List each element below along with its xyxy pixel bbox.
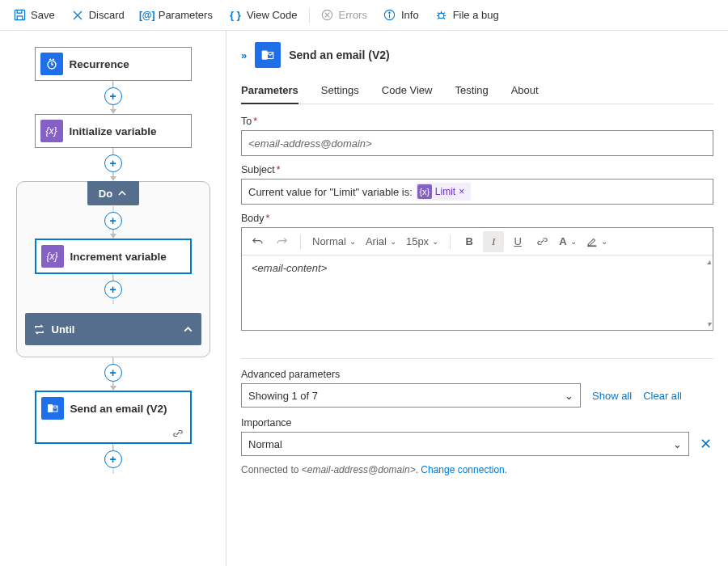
card-recurrence-label: Recurrence [70, 58, 129, 70]
underline-button[interactable]: U [507, 231, 528, 252]
add-step-button[interactable]: + [104, 364, 122, 382]
card-send-email[interactable]: Send an email (V2) [35, 391, 192, 444]
clock-icon [40, 53, 63, 75]
panel-tabs: Parameters Settings Code View Testing Ab… [241, 79, 713, 104]
card-init-label: Initialize variable [70, 125, 157, 137]
rte-toolbar: Normal⌄ Arial⌄ 15px⌄ B I U A⌄ ⌄ [242, 228, 713, 256]
svg-point-3 [389, 12, 390, 13]
top-toolbar: Save Discard [@] Parameters { } View Cod… [0, 0, 728, 31]
tab-code-view[interactable]: Code View [382, 79, 433, 103]
importance-label: Importance [241, 417, 713, 429]
to-label: To* [241, 116, 713, 127]
body-label: Body* [241, 213, 713, 224]
workflow-canvas[interactable]: Recurrence + {x} Initialize variable + D… [0, 31, 226, 566]
errors-button: Errors [315, 6, 374, 25]
highlight-icon [586, 236, 598, 247]
info-label: Info [401, 9, 419, 21]
add-step-button[interactable]: + [104, 212, 122, 230]
advanced-parameters-select[interactable]: Showing 1 of 7 ⌄ [241, 383, 581, 408]
tab-testing[interactable]: Testing [455, 79, 488, 103]
chevron-down-icon: ⌄ [673, 438, 682, 450]
card-recurrence[interactable]: Recurrence [35, 47, 192, 81]
font-family-select[interactable]: Arial⌄ [362, 235, 400, 247]
chevron-up-icon [117, 188, 127, 198]
variable-token-limit[interactable]: {x} Limit × [416, 183, 471, 201]
panel-title: Send an email (V2) [289, 49, 389, 61]
collapse-panel-button[interactable]: » [241, 49, 247, 61]
until-label: Until [52, 323, 75, 336]
svg-rect-6 [48, 404, 53, 412]
redo-button[interactable] [271, 231, 292, 252]
subject-text: Current value for "Limit" variable is: [248, 186, 413, 198]
until-header[interactable]: Until [25, 313, 201, 345]
save-label: Save [31, 9, 55, 21]
do-header[interactable]: Do [87, 181, 139, 205]
italic-button[interactable]: I [483, 231, 504, 252]
details-panel: » Send an email (V2) Parameters Settings… [226, 31, 728, 566]
bug-label: File a bug [453, 9, 499, 21]
card-initialize-variable[interactable]: {x} Initialize variable [35, 114, 192, 148]
scroll-up-icon[interactable]: ▴ [707, 257, 711, 266]
do-label: Do [99, 188, 112, 200]
remove-importance-button[interactable]: ✕ [697, 435, 713, 453]
info-icon [383, 9, 396, 22]
loop-icon [33, 323, 45, 336]
chevron-up-icon [183, 324, 193, 335]
highlight-color-button[interactable]: ⌄ [583, 236, 611, 247]
font-color-button[interactable]: A⌄ [556, 235, 579, 247]
bug-button[interactable]: File a bug [429, 6, 506, 25]
tab-parameters[interactable]: Parameters [241, 79, 298, 104]
to-input[interactable]: <email-address@domain> [241, 130, 713, 156]
parameters-label: Parameters [159, 9, 213, 21]
parameters-button[interactable]: [@] Parameters [134, 6, 219, 25]
importance-select[interactable]: Normal ⌄ [241, 432, 689, 456]
add-step-button[interactable]: + [104, 281, 122, 298]
errors-icon [321, 9, 334, 22]
token-remove-button[interactable]: × [459, 186, 464, 197]
connection-icon [172, 428, 184, 439]
clear-all-link[interactable]: Clear all [643, 390, 682, 402]
chevron-down-icon: ⌄ [565, 390, 574, 402]
discard-icon [71, 9, 84, 22]
add-step-button[interactable]: + [104, 450, 122, 468]
code-icon: { } [229, 9, 242, 22]
variable-icon: {x} [41, 245, 64, 268]
outlook-icon [41, 397, 64, 420]
connection-info: Connected to <email-address@domain>. Cha… [241, 464, 713, 475]
bug-icon [435, 9, 448, 22]
info-button[interactable]: Info [377, 6, 425, 25]
viewcode-button[interactable]: { } View Code [222, 6, 304, 25]
body-editor: Normal⌄ Arial⌄ 15px⌄ B I U A⌄ ⌄ <email-c… [241, 227, 713, 331]
scroll-down-icon[interactable]: ▾ [707, 319, 711, 328]
parameters-icon: [@] [141, 9, 154, 22]
discard-button[interactable]: Discard [65, 6, 131, 25]
tab-about[interactable]: About [511, 79, 539, 103]
add-step-button[interactable]: + [104, 87, 122, 105]
svg-rect-8 [262, 50, 268, 59]
undo-button[interactable] [247, 231, 268, 252]
variable-icon: {x} [417, 184, 432, 199]
advanced-parameters-label: Advanced parameters [241, 369, 713, 380]
show-all-link[interactable]: Show all [592, 390, 632, 402]
font-size-select[interactable]: 15px⌄ [403, 235, 442, 247]
subject-label: Subject* [241, 164, 713, 175]
outlook-icon [255, 42, 281, 68]
link-button[interactable] [531, 231, 552, 252]
until-container: Do + {x} Increment variable + Unti [16, 181, 210, 357]
viewcode-label: View Code [247, 9, 298, 21]
change-connection-link[interactable]: Change connection. [421, 464, 507, 475]
card-email-label: Send an email (V2) [70, 403, 167, 415]
discard-label: Discard [89, 9, 125, 21]
bold-button[interactable]: B [459, 231, 480, 252]
add-step-button[interactable]: + [104, 154, 122, 172]
card-increment-label: Increment variable [70, 251, 167, 263]
toolbar-separator [309, 8, 310, 23]
card-increment-variable[interactable]: {x} Increment variable [35, 239, 192, 274]
tab-settings[interactable]: Settings [321, 79, 359, 103]
divider [241, 358, 713, 359]
subject-input[interactable]: Current value for "Limit" variable is: {… [241, 179, 713, 205]
svg-rect-0 [15, 10, 24, 19]
body-textarea[interactable]: <email-content> ▴ ▾ [242, 256, 713, 330]
save-button[interactable]: Save [6, 6, 61, 25]
paragraph-style-select[interactable]: Normal⌄ [309, 235, 359, 247]
